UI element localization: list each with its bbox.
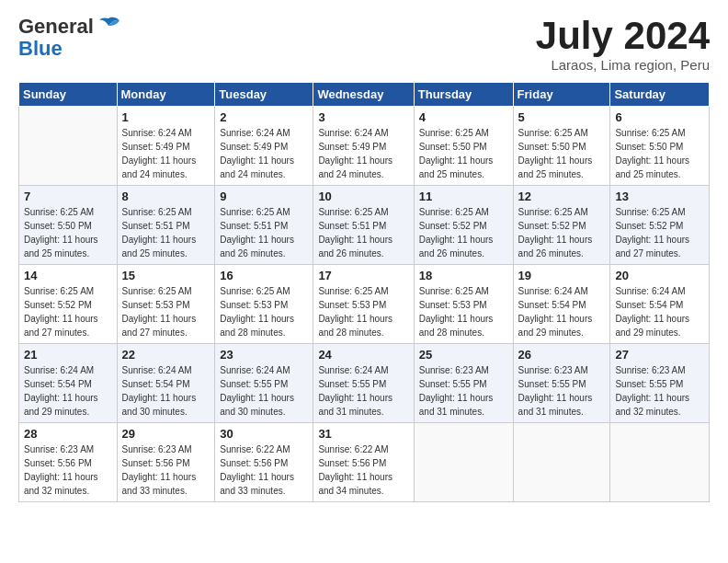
month-title: July 2024 — [536, 15, 710, 57]
day-number: 27 — [615, 348, 704, 362]
day-number: 15 — [122, 269, 210, 282]
day-number: 18 — [419, 269, 508, 282]
calendar-cell — [19, 107, 118, 186]
day-info: Sunrise: 6:25 AM Sunset: 5:50 PM Dayligh… — [615, 126, 704, 181]
day-info: Sunrise: 6:23 AM Sunset: 5:56 PM Dayligh… — [24, 442, 112, 498]
day-info: Sunrise: 6:24 AM Sunset: 5:54 PM Dayligh… — [615, 284, 704, 339]
calendar-cell: 6 Sunrise: 6:25 AM Sunset: 5:50 PM Dayli… — [610, 107, 710, 186]
calendar-cell: 14 Sunrise: 6:25 AM Sunset: 5:52 PM Dayl… — [19, 265, 118, 344]
day-info: Sunrise: 6:23 AM Sunset: 5:56 PM Dayligh… — [122, 442, 210, 498]
week-row-4: 28 Sunrise: 6:23 AM Sunset: 5:56 PM Dayl… — [19, 423, 710, 502]
logo: General Blue — [18, 15, 121, 61]
logo-general: General — [18, 15, 94, 39]
calendar-cell: 3 Sunrise: 6:24 AM Sunset: 5:49 PM Dayli… — [313, 107, 414, 186]
calendar-cell: 19 Sunrise: 6:24 AM Sunset: 5:54 PM Dayl… — [513, 265, 610, 344]
day-info: Sunrise: 6:23 AM Sunset: 5:55 PM Dayligh… — [615, 363, 704, 419]
calendar-cell: 20 Sunrise: 6:24 AM Sunset: 5:54 PM Dayl… — [610, 265, 710, 344]
calendar-cell: 16 Sunrise: 6:25 AM Sunset: 5:53 PM Dayl… — [215, 265, 313, 344]
day-number: 8 — [122, 190, 210, 203]
col-saturday: Saturday — [610, 83, 710, 107]
day-number: 4 — [419, 110, 508, 124]
col-friday: Friday — [513, 83, 610, 107]
calendar-cell — [513, 423, 610, 502]
day-info: Sunrise: 6:25 AM Sunset: 5:53 PM Dayligh… — [122, 284, 210, 339]
week-row-0: 1 Sunrise: 6:24 AM Sunset: 5:49 PM Dayli… — [19, 107, 710, 186]
logo-bird-icon — [96, 17, 121, 37]
calendar-cell: 31 Sunrise: 6:22 AM Sunset: 5:56 PM Dayl… — [313, 423, 414, 502]
calendar-cell: 22 Sunrise: 6:24 AM Sunset: 5:54 PM Dayl… — [117, 344, 215, 423]
day-number: 12 — [518, 190, 606, 203]
day-number: 7 — [24, 190, 112, 203]
day-number: 14 — [24, 269, 112, 282]
calendar-cell: 4 Sunrise: 6:25 AM Sunset: 5:50 PM Dayli… — [414, 107, 513, 186]
calendar-cell: 12 Sunrise: 6:25 AM Sunset: 5:52 PM Dayl… — [513, 186, 610, 265]
day-info: Sunrise: 6:24 AM Sunset: 5:49 PM Dayligh… — [318, 126, 408, 181]
day-number: 10 — [318, 190, 408, 203]
day-number: 6 — [615, 110, 704, 124]
day-info: Sunrise: 6:22 AM Sunset: 5:56 PM Dayligh… — [318, 442, 408, 498]
day-info: Sunrise: 6:24 AM Sunset: 5:54 PM Dayligh… — [518, 284, 606, 339]
logo-blue: Blue — [18, 37, 63, 60]
day-info: Sunrise: 6:25 AM Sunset: 5:50 PM Dayligh… — [518, 126, 606, 181]
day-number: 1 — [122, 110, 210, 124]
day-number: 11 — [419, 190, 508, 203]
day-number: 13 — [615, 190, 704, 203]
day-info: Sunrise: 6:25 AM Sunset: 5:51 PM Dayligh… — [220, 205, 308, 260]
calendar-cell: 5 Sunrise: 6:25 AM Sunset: 5:50 PM Dayli… — [513, 107, 610, 186]
day-number: 20 — [615, 269, 704, 282]
page: General Blue July 2024 Laraos, Lima regi… — [0, 0, 728, 511]
day-number: 23 — [220, 348, 308, 362]
day-number: 3 — [318, 110, 408, 124]
week-row-1: 7 Sunrise: 6:25 AM Sunset: 5:50 PM Dayli… — [19, 186, 710, 265]
calendar-cell: 28 Sunrise: 6:23 AM Sunset: 5:56 PM Dayl… — [19, 423, 118, 502]
day-number: 26 — [518, 348, 606, 362]
col-tuesday: Tuesday — [215, 83, 313, 107]
calendar-cell: 30 Sunrise: 6:22 AM Sunset: 5:56 PM Dayl… — [215, 423, 313, 502]
calendar-cell: 1 Sunrise: 6:24 AM Sunset: 5:49 PM Dayli… — [117, 107, 215, 186]
day-info: Sunrise: 6:25 AM Sunset: 5:50 PM Dayligh… — [24, 205, 112, 260]
calendar-cell: 10 Sunrise: 6:25 AM Sunset: 5:51 PM Dayl… — [313, 186, 414, 265]
day-number: 16 — [220, 269, 308, 282]
calendar-cell: 13 Sunrise: 6:25 AM Sunset: 5:52 PM Dayl… — [610, 186, 710, 265]
calendar-cell: 7 Sunrise: 6:25 AM Sunset: 5:50 PM Dayli… — [19, 186, 118, 265]
day-info: Sunrise: 6:25 AM Sunset: 5:51 PM Dayligh… — [122, 205, 210, 260]
day-info: Sunrise: 6:22 AM Sunset: 5:56 PM Dayligh… — [220, 442, 308, 498]
col-thursday: Thursday — [414, 83, 513, 107]
calendar-cell: 25 Sunrise: 6:23 AM Sunset: 5:55 PM Dayl… — [414, 344, 513, 423]
day-info: Sunrise: 6:25 AM Sunset: 5:53 PM Dayligh… — [419, 284, 508, 339]
header: General Blue July 2024 Laraos, Lima regi… — [18, 15, 710, 73]
day-info: Sunrise: 6:25 AM Sunset: 5:52 PM Dayligh… — [24, 284, 112, 339]
calendar-cell: 24 Sunrise: 6:24 AM Sunset: 5:55 PM Dayl… — [313, 344, 414, 423]
day-info: Sunrise: 6:24 AM Sunset: 5:54 PM Dayligh… — [24, 363, 112, 419]
day-info: Sunrise: 6:25 AM Sunset: 5:53 PM Dayligh… — [318, 284, 408, 339]
day-number: 29 — [122, 427, 210, 441]
col-monday: Monday — [117, 83, 215, 107]
col-wednesday: Wednesday — [313, 83, 414, 107]
day-info: Sunrise: 6:25 AM Sunset: 5:50 PM Dayligh… — [419, 126, 508, 181]
day-info: Sunrise: 6:23 AM Sunset: 5:55 PM Dayligh… — [518, 363, 606, 419]
calendar-cell: 23 Sunrise: 6:24 AM Sunset: 5:55 PM Dayl… — [215, 344, 313, 423]
day-number: 28 — [24, 427, 112, 441]
calendar-cell — [414, 423, 513, 502]
calendar-cell: 26 Sunrise: 6:23 AM Sunset: 5:55 PM Dayl… — [513, 344, 610, 423]
day-info: Sunrise: 6:24 AM Sunset: 5:55 PM Dayligh… — [318, 363, 408, 419]
col-sunday: Sunday — [19, 83, 118, 107]
calendar-cell: 27 Sunrise: 6:23 AM Sunset: 5:55 PM Dayl… — [610, 344, 710, 423]
day-info: Sunrise: 6:25 AM Sunset: 5:51 PM Dayligh… — [318, 205, 408, 260]
day-number: 19 — [518, 269, 606, 282]
day-number: 24 — [318, 348, 408, 362]
day-info: Sunrise: 6:24 AM Sunset: 5:49 PM Dayligh… — [220, 126, 308, 181]
calendar-cell: 29 Sunrise: 6:23 AM Sunset: 5:56 PM Dayl… — [117, 423, 215, 502]
calendar-cell — [610, 423, 710, 502]
location: Laraos, Lima region, Peru — [536, 57, 710, 73]
calendar-cell: 17 Sunrise: 6:25 AM Sunset: 5:53 PM Dayl… — [313, 265, 414, 344]
day-info: Sunrise: 6:25 AM Sunset: 5:52 PM Dayligh… — [518, 205, 606, 260]
day-info: Sunrise: 6:25 AM Sunset: 5:52 PM Dayligh… — [419, 205, 508, 260]
week-row-2: 14 Sunrise: 6:25 AM Sunset: 5:52 PM Dayl… — [19, 265, 710, 344]
calendar-cell: 21 Sunrise: 6:24 AM Sunset: 5:54 PM Dayl… — [19, 344, 118, 423]
calendar-table: Sunday Monday Tuesday Wednesday Thursday… — [18, 82, 710, 502]
day-number: 31 — [318, 427, 408, 441]
day-number: 5 — [518, 110, 606, 124]
day-number: 25 — [419, 348, 508, 362]
calendar-cell: 11 Sunrise: 6:25 AM Sunset: 5:52 PM Dayl… — [414, 186, 513, 265]
